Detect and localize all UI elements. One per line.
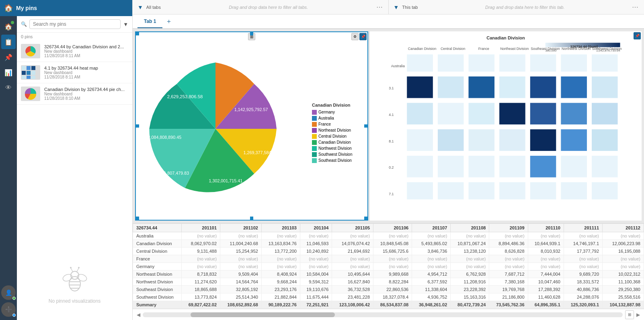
svg-line-18 [71, 268, 73, 272]
table-cell-value: 69,827,422.02 [181, 301, 220, 309]
table-row: Central Division9,131,48815,254,95213,77… [133, 248, 644, 255]
table-cell-name: France [133, 255, 182, 263]
svg-rect-84 [530, 182, 556, 200]
search-input[interactable] [29, 19, 121, 29]
table-cell-value: 72,251,921 [300, 301, 332, 309]
nav-home[interactable]: 🏠 [1, 19, 16, 34]
pie-chart-container: ⊞ ⚙ 📌 [135, 31, 368, 221]
data-table-area: 326734.44 201101 201102 201103 201104 20… [133, 223, 644, 309]
table-cell-value: 8,822,284 [373, 278, 412, 286]
table-cell-value: 25,514,340 [220, 293, 262, 301]
add-tab-btn[interactable]: ＋ [162, 16, 175, 27]
pin-thumbnail-1 [21, 44, 40, 58]
table-cell-value: (no value) [451, 232, 489, 240]
horizontal-scrollbar[interactable] [143, 312, 623, 317]
col-header-201101: 201101 [181, 224, 220, 232]
table-cell-value: (no value) [603, 232, 644, 240]
table-cell-value: (no value) [412, 255, 451, 263]
table-cell-value: 40,886,736 [564, 286, 602, 293]
scroll-right-arrow[interactable]: ▶ [636, 312, 640, 318]
table-cell-value: 22,860,536 [373, 286, 412, 293]
svg-rect-72 [591, 129, 618, 151]
table-cell-value: 10,848,545.08 [373, 240, 412, 248]
table-cell-name: Northeast Division [133, 270, 182, 278]
col-header-201107: 201107 [412, 224, 451, 232]
table-cell-value: 8,062,970.02 [181, 240, 220, 248]
table-cell-value: 19,110,676 [300, 286, 332, 293]
table-cell-value: (no value) [603, 263, 644, 270]
table-row: Northeast Division8,718,8329,509,4048,40… [133, 270, 644, 278]
search-bar: 🔍 ▼ [17, 16, 132, 33]
svg-point-11 [69, 277, 80, 291]
svg-rect-50 [561, 54, 587, 72]
svg-rect-70 [530, 129, 556, 151]
this-tab-label: This tab [402, 5, 418, 10]
col-header-201106: 201106 [373, 224, 412, 232]
table-cell-value: (no value) [603, 255, 644, 263]
svg-rect-59 [407, 103, 433, 125]
pin-item-3[interactable]: Canadian Division by 326734.44 pie ch...… [17, 83, 132, 105]
scroll-left-arrow[interactable]: ◀ [137, 312, 140, 318]
tab-1[interactable]: Tab 1 [137, 15, 162, 28]
nav-user[interactable]: 👤 [1, 285, 16, 300]
svg-rect-56 [530, 76, 556, 98]
table-cell-value: 13,238,120 [451, 248, 489, 255]
pie-pin-btn[interactable]: 📌 [359, 33, 367, 40]
home-icon[interactable]: 🏠 [4, 4, 13, 12]
table-cell-value: 29,250,380 [603, 286, 644, 293]
filter-icon[interactable]: ▼ [123, 21, 128, 27]
svg-rect-6 [31, 71, 35, 75]
svg-rect-79 [591, 155, 618, 178]
pin-thumbnail-2 [21, 65, 40, 80]
svg-rect-62 [499, 103, 526, 125]
table-cell-value: (no value) [373, 263, 412, 270]
pin-item-2[interactable]: 4.1 by 326734.44 heat map New dashboard … [17, 62, 132, 83]
svg-rect-71 [561, 129, 587, 151]
heatmap-container: 📌 Canadian Division Canadian Division Ce… [370, 31, 642, 221]
table-cell-value: (no value) [220, 232, 262, 240]
svg-rect-57 [561, 76, 587, 98]
col-header-201108: 201108 [451, 224, 489, 232]
table-view-btn[interactable]: ⊞ [625, 310, 634, 319]
svg-rect-54 [468, 76, 495, 98]
pie-gear-btn[interactable]: ⚙ [351, 33, 359, 40]
table-cell-value: 18,865,688 [181, 286, 220, 293]
table-cell-value: 11,046,593 [300, 240, 332, 248]
all-tabs-menu[interactable]: ⋯ [376, 3, 384, 11]
legend-southwest: Southwest Division [318, 152, 352, 157]
table-cell-value: 3,846,736 [412, 248, 451, 255]
nav-views[interactable]: 👁 [1, 81, 16, 95]
nav-charts[interactable]: 📊 [1, 65, 16, 80]
svg-text:2,629,253,806.58: 2,629,253,806.58 [167, 94, 203, 99]
table-cell-value: 23,293,176 [261, 286, 300, 293]
svg-rect-58 [591, 76, 618, 98]
table-cell-value: 17,377,792 [564, 248, 602, 255]
pin-thumbnail-3 [21, 87, 40, 101]
filter-all-icon: ▼ [137, 4, 143, 10]
col-header-201104: 201104 [300, 224, 332, 232]
col-header-201103: 201103 [261, 224, 300, 232]
table-cell-value: (no value) [332, 263, 373, 270]
heatmap-pin-btn[interactable]: 📌 [634, 32, 641, 39]
svg-rect-61 [468, 103, 495, 125]
svg-rect-7 [22, 76, 26, 79]
data-table: 326734.44 201101 201102 201103 201104 20… [133, 223, 644, 309]
col-header-201112: 201112 [603, 224, 644, 232]
table-cell-value: 90,189,222.76 [261, 301, 300, 309]
table-cell-value: 21,186,800 [489, 293, 528, 301]
table-cell-value: 11,338,604 [412, 286, 451, 293]
nav-add[interactable]: ➕ [1, 302, 16, 317]
legend-title: Canadian Division [312, 103, 368, 107]
table-cell-value: 11,208,916 [451, 278, 489, 286]
bee-illustration [59, 266, 91, 295]
table-cell-value: 8,010,932 [528, 248, 564, 255]
col-header-201111: 201111 [564, 224, 602, 232]
table-cell-value: (no value) [373, 232, 412, 240]
table-cell-value: 123,108,006.42 [332, 301, 373, 309]
nav-pins[interactable]: 📌 [1, 50, 16, 64]
pin-item-1[interactable]: 326734.44 by Canadian Division and 2... … [17, 41, 132, 62]
table-cell-value: (no value) [300, 263, 332, 270]
svg-text:Australia: Australia [391, 64, 405, 68]
nav-dashboards[interactable]: 📋 [1, 35, 16, 49]
this-tab-menu[interactable]: ⋯ [632, 3, 639, 11]
